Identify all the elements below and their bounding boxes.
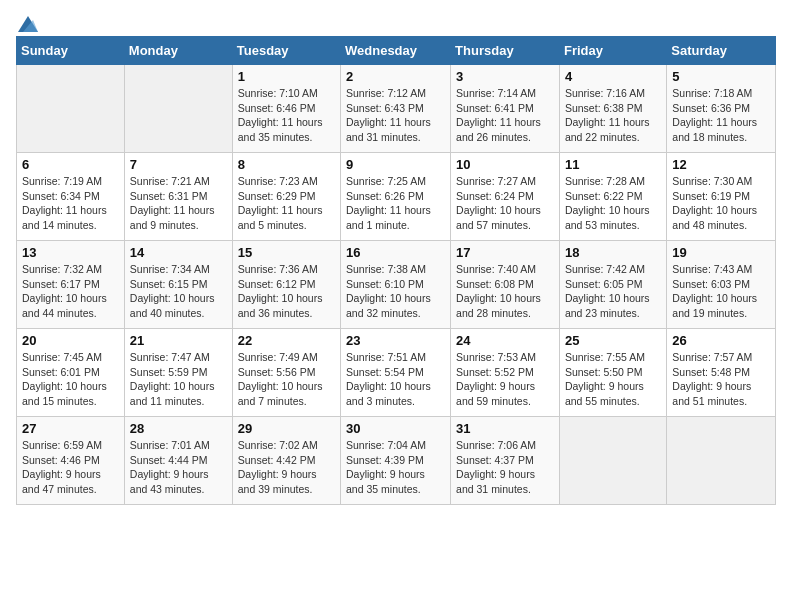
day-info: Sunrise: 7:23 AM Sunset: 6:29 PM Dayligh…: [238, 174, 335, 233]
day-info: Sunrise: 7:02 AM Sunset: 4:42 PM Dayligh…: [238, 438, 335, 497]
day-info: Sunrise: 7:04 AM Sunset: 4:39 PM Dayligh…: [346, 438, 445, 497]
day-info: Sunrise: 6:59 AM Sunset: 4:46 PM Dayligh…: [22, 438, 119, 497]
day-info: Sunrise: 7:36 AM Sunset: 6:12 PM Dayligh…: [238, 262, 335, 321]
day-info: Sunrise: 7:27 AM Sunset: 6:24 PM Dayligh…: [456, 174, 554, 233]
calendar-week-row: 20Sunrise: 7:45 AM Sunset: 6:01 PM Dayli…: [17, 329, 776, 417]
calendar-header-wednesday: Wednesday: [341, 37, 451, 65]
calendar-cell: 9Sunrise: 7:25 AM Sunset: 6:26 PM Daylig…: [341, 153, 451, 241]
calendar-cell: 24Sunrise: 7:53 AM Sunset: 5:52 PM Dayli…: [451, 329, 560, 417]
day-info: Sunrise: 7:38 AM Sunset: 6:10 PM Dayligh…: [346, 262, 445, 321]
day-number: 3: [456, 69, 554, 84]
day-info: Sunrise: 7:28 AM Sunset: 6:22 PM Dayligh…: [565, 174, 661, 233]
day-number: 5: [672, 69, 770, 84]
calendar-header-tuesday: Tuesday: [232, 37, 340, 65]
day-number: 19: [672, 245, 770, 260]
day-info: Sunrise: 7:55 AM Sunset: 5:50 PM Dayligh…: [565, 350, 661, 409]
calendar: SundayMondayTuesdayWednesdayThursdayFrid…: [16, 36, 776, 505]
day-number: 6: [22, 157, 119, 172]
day-number: 7: [130, 157, 227, 172]
day-number: 18: [565, 245, 661, 260]
day-number: 23: [346, 333, 445, 348]
day-info: Sunrise: 7:49 AM Sunset: 5:56 PM Dayligh…: [238, 350, 335, 409]
day-info: Sunrise: 7:10 AM Sunset: 6:46 PM Dayligh…: [238, 86, 335, 145]
day-number: 1: [238, 69, 335, 84]
calendar-cell: 15Sunrise: 7:36 AM Sunset: 6:12 PM Dayli…: [232, 241, 340, 329]
calendar-cell: [17, 65, 125, 153]
calendar-cell: [124, 65, 232, 153]
calendar-cell: 23Sunrise: 7:51 AM Sunset: 5:54 PM Dayli…: [341, 329, 451, 417]
day-number: 31: [456, 421, 554, 436]
day-number: 16: [346, 245, 445, 260]
calendar-header-thursday: Thursday: [451, 37, 560, 65]
calendar-cell: 21Sunrise: 7:47 AM Sunset: 5:59 PM Dayli…: [124, 329, 232, 417]
day-info: Sunrise: 7:21 AM Sunset: 6:31 PM Dayligh…: [130, 174, 227, 233]
day-info: Sunrise: 7:18 AM Sunset: 6:36 PM Dayligh…: [672, 86, 770, 145]
day-number: 17: [456, 245, 554, 260]
calendar-cell: 8Sunrise: 7:23 AM Sunset: 6:29 PM Daylig…: [232, 153, 340, 241]
day-info: Sunrise: 7:19 AM Sunset: 6:34 PM Dayligh…: [22, 174, 119, 233]
calendar-cell: 1Sunrise: 7:10 AM Sunset: 6:46 PM Daylig…: [232, 65, 340, 153]
day-number: 4: [565, 69, 661, 84]
calendar-cell: 17Sunrise: 7:40 AM Sunset: 6:08 PM Dayli…: [451, 241, 560, 329]
calendar-cell: 28Sunrise: 7:01 AM Sunset: 4:44 PM Dayli…: [124, 417, 232, 505]
day-number: 14: [130, 245, 227, 260]
calendar-week-row: 27Sunrise: 6:59 AM Sunset: 4:46 PM Dayli…: [17, 417, 776, 505]
calendar-cell: 16Sunrise: 7:38 AM Sunset: 6:10 PM Dayli…: [341, 241, 451, 329]
day-number: 13: [22, 245, 119, 260]
calendar-header-sunday: Sunday: [17, 37, 125, 65]
day-number: 12: [672, 157, 770, 172]
day-number: 22: [238, 333, 335, 348]
day-number: 26: [672, 333, 770, 348]
day-info: Sunrise: 7:34 AM Sunset: 6:15 PM Dayligh…: [130, 262, 227, 321]
calendar-cell: [559, 417, 666, 505]
day-info: Sunrise: 7:06 AM Sunset: 4:37 PM Dayligh…: [456, 438, 554, 497]
day-number: 27: [22, 421, 119, 436]
day-info: Sunrise: 7:40 AM Sunset: 6:08 PM Dayligh…: [456, 262, 554, 321]
day-number: 29: [238, 421, 335, 436]
header: [16, 16, 776, 28]
calendar-header-saturday: Saturday: [667, 37, 776, 65]
calendar-cell: 3Sunrise: 7:14 AM Sunset: 6:41 PM Daylig…: [451, 65, 560, 153]
calendar-cell: [667, 417, 776, 505]
day-number: 21: [130, 333, 227, 348]
day-info: Sunrise: 7:51 AM Sunset: 5:54 PM Dayligh…: [346, 350, 445, 409]
day-info: Sunrise: 7:53 AM Sunset: 5:52 PM Dayligh…: [456, 350, 554, 409]
calendar-cell: 11Sunrise: 7:28 AM Sunset: 6:22 PM Dayli…: [559, 153, 666, 241]
day-number: 2: [346, 69, 445, 84]
day-info: Sunrise: 7:16 AM Sunset: 6:38 PM Dayligh…: [565, 86, 661, 145]
calendar-cell: 14Sunrise: 7:34 AM Sunset: 6:15 PM Dayli…: [124, 241, 232, 329]
calendar-cell: 7Sunrise: 7:21 AM Sunset: 6:31 PM Daylig…: [124, 153, 232, 241]
day-number: 15: [238, 245, 335, 260]
day-info: Sunrise: 7:45 AM Sunset: 6:01 PM Dayligh…: [22, 350, 119, 409]
logo: [16, 16, 40, 28]
day-info: Sunrise: 7:42 AM Sunset: 6:05 PM Dayligh…: [565, 262, 661, 321]
calendar-cell: 2Sunrise: 7:12 AM Sunset: 6:43 PM Daylig…: [341, 65, 451, 153]
calendar-cell: 29Sunrise: 7:02 AM Sunset: 4:42 PM Dayli…: [232, 417, 340, 505]
day-number: 10: [456, 157, 554, 172]
calendar-cell: 6Sunrise: 7:19 AM Sunset: 6:34 PM Daylig…: [17, 153, 125, 241]
day-number: 8: [238, 157, 335, 172]
calendar-week-row: 1Sunrise: 7:10 AM Sunset: 6:46 PM Daylig…: [17, 65, 776, 153]
day-number: 11: [565, 157, 661, 172]
day-number: 24: [456, 333, 554, 348]
calendar-week-row: 6Sunrise: 7:19 AM Sunset: 6:34 PM Daylig…: [17, 153, 776, 241]
calendar-cell: 31Sunrise: 7:06 AM Sunset: 4:37 PM Dayli…: [451, 417, 560, 505]
calendar-cell: 5Sunrise: 7:18 AM Sunset: 6:36 PM Daylig…: [667, 65, 776, 153]
day-number: 20: [22, 333, 119, 348]
calendar-cell: 18Sunrise: 7:42 AM Sunset: 6:05 PM Dayli…: [559, 241, 666, 329]
calendar-header-row: SundayMondayTuesdayWednesdayThursdayFrid…: [17, 37, 776, 65]
day-info: Sunrise: 7:12 AM Sunset: 6:43 PM Dayligh…: [346, 86, 445, 145]
calendar-cell: 4Sunrise: 7:16 AM Sunset: 6:38 PM Daylig…: [559, 65, 666, 153]
calendar-cell: 22Sunrise: 7:49 AM Sunset: 5:56 PM Dayli…: [232, 329, 340, 417]
calendar-cell: 10Sunrise: 7:27 AM Sunset: 6:24 PM Dayli…: [451, 153, 560, 241]
calendar-cell: 27Sunrise: 6:59 AM Sunset: 4:46 PM Dayli…: [17, 417, 125, 505]
calendar-week-row: 13Sunrise: 7:32 AM Sunset: 6:17 PM Dayli…: [17, 241, 776, 329]
day-info: Sunrise: 7:14 AM Sunset: 6:41 PM Dayligh…: [456, 86, 554, 145]
calendar-cell: 13Sunrise: 7:32 AM Sunset: 6:17 PM Dayli…: [17, 241, 125, 329]
calendar-cell: 25Sunrise: 7:55 AM Sunset: 5:50 PM Dayli…: [559, 329, 666, 417]
day-info: Sunrise: 7:25 AM Sunset: 6:26 PM Dayligh…: [346, 174, 445, 233]
day-number: 9: [346, 157, 445, 172]
calendar-cell: 12Sunrise: 7:30 AM Sunset: 6:19 PM Dayli…: [667, 153, 776, 241]
day-info: Sunrise: 7:47 AM Sunset: 5:59 PM Dayligh…: [130, 350, 227, 409]
day-number: 30: [346, 421, 445, 436]
